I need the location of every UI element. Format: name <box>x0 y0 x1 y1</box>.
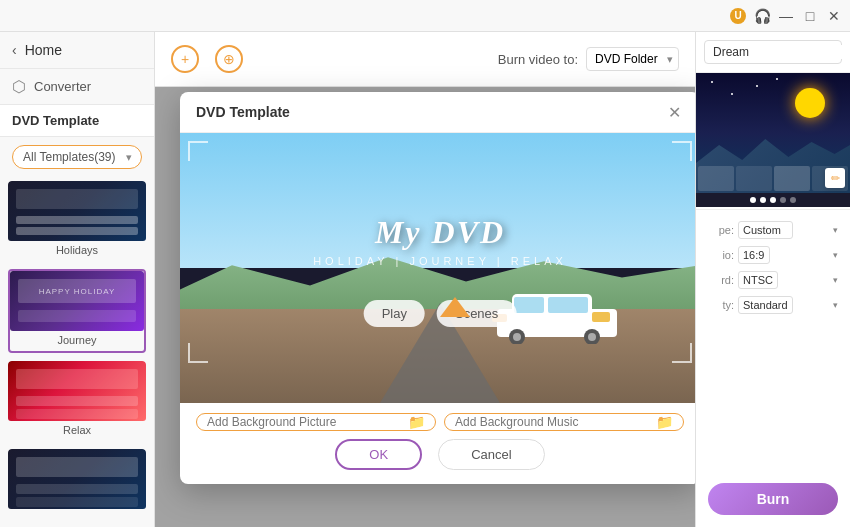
corner-br <box>672 343 692 363</box>
content-area: + ⊕ Burn video to: DVD Folder ISO File D… <box>155 32 695 527</box>
main-layout: ‹ Home ⬡ Converter DVD Template All Temp… <box>0 32 850 527</box>
moon-shape <box>795 88 825 118</box>
add-media-button[interactable]: + <box>171 45 199 73</box>
add-chapter-button[interactable]: ⊕ <box>215 45 243 73</box>
home-label: Home <box>25 42 62 58</box>
corner-tl <box>188 141 208 161</box>
edit-icon-overlay[interactable]: ✏ <box>825 168 845 188</box>
dvd-dialog: DVD Template ✕ <box>180 92 695 484</box>
burn-dropdown-wrapper: DVD Folder ISO File DVD Disc <box>586 47 679 71</box>
right-divider <box>696 209 850 210</box>
bg-music-folder-icon[interactable]: 📁 <box>656 414 673 430</box>
sidebar: ‹ Home ⬡ Converter DVD Template All Temp… <box>0 32 155 527</box>
setting-select-wrapper-ratio: 16:9 4:3 <box>738 245 842 264</box>
setting-select-wrapper-standard: NTSC PAL <box>738 270 842 289</box>
thumb-strip1 <box>698 166 734 191</box>
setting-row-quality: ty: Standard High <box>704 295 842 314</box>
ok-button[interactable]: OK <box>335 439 422 470</box>
template-name-extra <box>8 509 146 517</box>
template-filter: All Templates(39) Holidays Journey Relax <box>0 137 154 177</box>
dot-4 <box>780 197 786 203</box>
dots-indicator <box>696 193 850 207</box>
template-item-extra[interactable] <box>8 449 146 517</box>
preview-play-button[interactable]: Play <box>364 300 425 327</box>
template-name-journey: Journey <box>10 331 144 351</box>
right-search: ▶ <box>696 32 850 73</box>
template-name-holidays: Holidays <box>8 241 146 261</box>
sidebar-converter[interactable]: ⬡ Converter <box>0 69 154 105</box>
setting-label-quality: ty: <box>704 299 734 311</box>
template-thumb-journey: HAPPY HOLIDAY <box>10 271 144 331</box>
sidebar-header: ‹ Home <box>0 32 154 69</box>
right-settings: pe: Custom Standard io: 16:9 4:3 <box>696 212 850 322</box>
template-filter-select[interactable]: All Templates(39) Holidays Journey Relax <box>12 145 142 169</box>
setting-row-ratio: io: 16:9 4:3 <box>704 245 842 264</box>
template-item-relax[interactable]: Relax <box>8 361 146 441</box>
triangle-decoration <box>440 297 470 317</box>
back-button[interactable]: ‹ <box>12 42 17 58</box>
svg-point-5 <box>588 333 596 341</box>
star3 <box>756 85 758 87</box>
dialog-header: DVD Template ✕ <box>180 92 695 133</box>
converter-label: Converter <box>34 79 91 94</box>
add-chapter-icon: ⊕ <box>215 45 243 73</box>
search-input[interactable] <box>713 45 850 59</box>
corner-tr <box>672 141 692 161</box>
dot-3 <box>770 197 776 203</box>
converter-icon: ⬡ <box>12 77 26 96</box>
setting-row-standard: rd: NTSC PAL <box>704 270 842 289</box>
setting-select-wrapper-type: Custom Standard <box>738 220 842 239</box>
setting-select-quality[interactable]: Standard High <box>738 296 793 314</box>
svg-rect-7 <box>548 297 588 313</box>
dialog-bottom: OK Cancel <box>180 431 695 484</box>
bg-music-input[interactable] <box>455 415 656 429</box>
dialog-overlay: DVD Template ✕ <box>155 87 695 527</box>
template-thumb-relax <box>8 361 146 421</box>
maximize-button[interactable]: □ <box>802 8 818 24</box>
setting-label-type: pe: <box>704 224 734 236</box>
thumb-strip2 <box>736 166 772 191</box>
dot-5 <box>790 197 796 203</box>
right-panel-preview: ✏ <box>696 73 850 193</box>
setting-label-standard: rd: <box>704 274 734 286</box>
preview-area: My DVD HOLIDAY | JOURNEY | RELAX Play Sc… <box>180 133 695 403</box>
dot-1 <box>750 197 756 203</box>
burn-destination-select[interactable]: DVD Folder ISO File DVD Disc <box>586 47 679 71</box>
thumb-strip3 <box>774 166 810 191</box>
close-button[interactable]: ✕ <box>826 8 842 24</box>
preview-title: My DVD HOLIDAY | JOURNEY | RELAX <box>313 214 567 267</box>
setting-select-ratio[interactable]: 16:9 4:3 <box>738 246 770 264</box>
burn-video-section: Burn video to: DVD Folder ISO File DVD D… <box>498 47 679 71</box>
template-name-relax: Relax <box>8 421 146 441</box>
dialog-title: DVD Template <box>196 104 290 120</box>
user-icon[interactable]: U <box>730 8 746 24</box>
setting-row-type: pe: Custom Standard <box>704 220 842 239</box>
template-list: Holidays HAPPY HOLIDAY Journey <box>0 177 154 527</box>
setting-select-standard[interactable]: NTSC PAL <box>738 271 778 289</box>
preview-subtitle: HOLIDAY | JOURNEY | RELAX <box>313 255 567 267</box>
burn-video-label: Burn video to: <box>498 52 578 67</box>
right-panel: ▶ ✏ <box>695 32 850 527</box>
title-bar: U 🎧 — □ ✕ <box>0 0 850 32</box>
bg-picture-folder-icon[interactable]: 📁 <box>408 414 425 430</box>
template-thumb-extra <box>8 449 146 509</box>
minimize-button[interactable]: — <box>778 8 794 24</box>
headphone-icon[interactable]: 🎧 <box>754 8 770 24</box>
bg-music-input-wrapper: 📁 <box>444 413 684 431</box>
bg-picture-input[interactable] <box>207 415 408 429</box>
star2 <box>731 93 733 95</box>
setting-select-type[interactable]: Custom Standard <box>738 221 793 239</box>
filter-dropdown-wrapper: All Templates(39) Holidays Journey Relax <box>12 145 142 169</box>
cancel-button[interactable]: Cancel <box>438 439 544 470</box>
setting-select-wrapper-quality: Standard High <box>738 295 842 314</box>
burn-button[interactable]: Burn <box>708 483 838 515</box>
svg-rect-6 <box>514 297 544 313</box>
add-media-icon: + <box>171 45 199 73</box>
dialog-close-button[interactable]: ✕ <box>664 102 684 122</box>
template-item-holidays[interactable]: Holidays <box>8 181 146 261</box>
svg-point-3 <box>513 333 521 341</box>
template-item-journey[interactable]: HAPPY HOLIDAY Journey <box>8 269 146 353</box>
star4 <box>776 78 778 80</box>
template-thumb-holidays <box>8 181 146 241</box>
star1 <box>711 81 713 83</box>
